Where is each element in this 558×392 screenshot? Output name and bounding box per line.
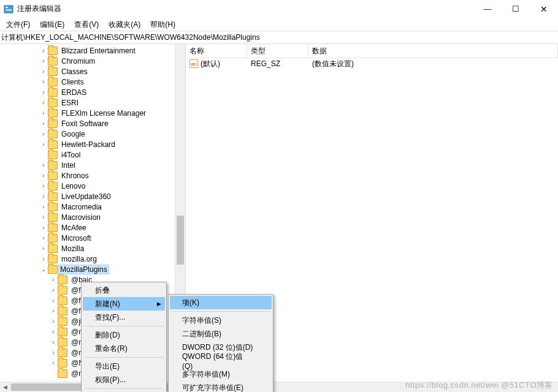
scroll-left-arrow[interactable]: ◀ xyxy=(0,382,10,392)
menubar: 文件(F) 编辑(E) 查看(V) 收藏夹(A) 帮助(H) xyxy=(0,18,558,31)
chevron-right-icon[interactable]: › xyxy=(49,307,58,314)
chevron-right-icon[interactable]: › xyxy=(39,89,48,96)
tree-item-google[interactable]: ›Google xyxy=(0,129,185,139)
window-controls: — ☐ ✕ xyxy=(473,0,558,18)
tree-item-erdas[interactable]: ›ERDAS xyxy=(0,87,185,97)
chevron-down-icon[interactable]: ⌄ xyxy=(39,266,48,273)
maximize-button[interactable]: ☐ xyxy=(502,0,530,18)
ctx-separator xyxy=(84,388,164,389)
tree-item-chromium[interactable]: ›Chromium xyxy=(0,56,185,66)
tree-item-label: Blizzard Entertainment xyxy=(60,47,137,55)
ctx-new-string[interactable]: 字符串值(S) xyxy=(170,314,272,327)
ctx-new-multistring[interactable]: 多字符串值(M) xyxy=(170,368,272,381)
menu-file[interactable]: 文件(F) xyxy=(2,18,34,31)
tree-item-macromedia[interactable]: ›Macromedia xyxy=(0,202,185,212)
tree-item-microsoft[interactable]: ›Microsoft xyxy=(0,233,185,243)
ctx-find[interactable]: 查找(F)... xyxy=(83,311,165,324)
chevron-right-icon[interactable]: › xyxy=(49,297,58,304)
chevron-right-icon[interactable]: › xyxy=(39,47,48,54)
chevron-right-icon[interactable]: › xyxy=(39,193,48,200)
context-menu-new: 项(K) 字符串值(S) 二进制值(B) DWORD (32 位)值(D) QW… xyxy=(168,294,273,392)
folder-icon xyxy=(48,213,58,222)
chevron-right-icon[interactable]: › xyxy=(39,172,48,179)
chevron-right-icon[interactable]: › xyxy=(39,58,48,64)
minimize-button[interactable]: — xyxy=(473,0,502,18)
chevron-right-icon[interactable]: › xyxy=(49,339,58,345)
tree-item-classes[interactable]: ›Classes xyxy=(0,66,185,77)
chevron-right-icon[interactable]: › xyxy=(39,130,48,137)
folder-icon xyxy=(58,369,67,378)
folder-icon xyxy=(58,349,67,357)
folder-icon xyxy=(48,67,58,76)
chevron-right-icon[interactable]: › xyxy=(39,224,48,231)
chevron-right-icon[interactable]: › xyxy=(39,78,48,85)
chevron-right-icon[interactable]: › xyxy=(49,328,58,335)
tree-item-hewlett-packard[interactable]: ›Hewlett-Packard xyxy=(0,139,185,149)
ctx-rename[interactable]: 重命名(R) xyxy=(83,342,165,355)
tree-item-foxit-software[interactable]: ›Foxit Software xyxy=(0,118,185,129)
tree-item-liveupdate360[interactable]: ›LiveUpdate360 xyxy=(0,191,185,202)
tree-item-clients[interactable]: ›Clients xyxy=(0,77,185,87)
tree-item-intel[interactable]: ›Intel xyxy=(0,160,185,170)
tree-item-mozillaplugins[interactable]: ⌄MozillaPlugins xyxy=(0,264,185,274)
values-header[interactable]: 名称 类型 数据 xyxy=(186,44,558,58)
folder-icon xyxy=(48,109,58,118)
tree-item-label: Macromedia xyxy=(60,203,103,211)
tree-item-mcafee[interactable]: ›McAfee xyxy=(0,222,185,233)
tree-item-khronos[interactable]: ›Khronos xyxy=(0,170,185,181)
chevron-right-icon[interactable]: › xyxy=(39,99,48,106)
chevron-right-icon[interactable]: › xyxy=(39,183,48,189)
chevron-right-icon[interactable]: › xyxy=(39,255,48,262)
menu-favorites[interactable]: 收藏夹(A) xyxy=(105,18,144,31)
ctx-collapse[interactable]: 折叠 xyxy=(83,284,165,297)
address-bar[interactable]: 计算机\HKEY_LOCAL_MACHINE\SOFTWARE\WOW6432N… xyxy=(0,31,558,44)
tree-item-label: Khronos xyxy=(60,172,90,180)
chevron-right-icon[interactable]: › xyxy=(39,203,48,210)
chevron-right-icon[interactable]: › xyxy=(39,120,48,127)
ctx-delete[interactable]: 删除(D) xyxy=(83,328,165,342)
chevron-right-icon[interactable]: › xyxy=(39,162,48,168)
chevron-right-icon[interactable]: › xyxy=(39,235,48,241)
tree-item-label: Intel xyxy=(60,161,77,170)
chevron-right-icon[interactable]: › xyxy=(49,318,58,325)
ctx-new-key[interactable]: 项(K) xyxy=(170,296,272,309)
menu-edit[interactable]: 编辑(E) xyxy=(36,18,68,31)
chevron-right-icon[interactable]: › xyxy=(49,349,58,356)
tree-item-mozilla-org[interactable]: ›mozilla.org xyxy=(0,254,185,264)
ctx-export[interactable]: 导出(E) xyxy=(83,360,165,373)
tree-item-label: FLEXlm License Manager xyxy=(60,109,147,118)
chevron-right-icon[interactable]: › xyxy=(39,141,48,148)
close-button[interactable]: ✕ xyxy=(530,0,558,18)
chevron-right-icon[interactable]: › xyxy=(49,287,58,293)
col-header-data[interactable]: 数据 xyxy=(308,44,558,58)
ctx-new-binary[interactable]: 二进制值(B) xyxy=(170,327,272,341)
ctx-separator xyxy=(84,357,164,358)
tree-item-esri[interactable]: ›ESRI xyxy=(0,97,185,108)
ctx-permissions[interactable]: 权限(P)... xyxy=(83,373,165,386)
string-value-icon: ab xyxy=(189,59,198,68)
chevron-right-icon[interactable]: › xyxy=(39,214,48,221)
chevron-right-icon[interactable]: › xyxy=(39,68,48,75)
col-header-type[interactable]: 类型 xyxy=(247,44,308,58)
tree-item-blizzard-entertainment[interactable]: ›Blizzard Entertainment xyxy=(0,45,185,56)
tree-item-mozilla[interactable]: ›Mozilla xyxy=(0,243,185,254)
ctx-new-qword[interactable]: QWORD (64 位)值(Q) xyxy=(170,354,272,368)
values-list[interactable]: ab(默认)REG_SZ(数值未设置) xyxy=(186,58,558,69)
menu-help[interactable]: 帮助(H) xyxy=(147,18,179,31)
tree-item-lenovo[interactable]: ›Lenovo xyxy=(0,181,185,191)
chevron-right-icon[interactable]: › xyxy=(39,110,48,116)
folder-icon xyxy=(58,328,67,336)
folder-icon xyxy=(48,130,58,138)
tree-item-i4tool[interactable]: i4Tool xyxy=(0,149,185,160)
ctx-new[interactable]: 新建(N)▶ xyxy=(83,297,165,311)
menu-view[interactable]: 查看(V) xyxy=(71,18,102,31)
chevron-right-icon[interactable]: › xyxy=(49,360,58,366)
tree-scrollbar-thumb[interactable] xyxy=(177,216,184,265)
tree-item-macrovision[interactable]: ›Macrovision xyxy=(0,212,185,222)
col-header-name[interactable]: 名称 xyxy=(186,44,247,58)
value-row[interactable]: ab(默认)REG_SZ(数值未设置) xyxy=(186,58,558,69)
chevron-right-icon[interactable]: › xyxy=(39,245,48,252)
chevron-right-icon[interactable]: › xyxy=(49,276,58,283)
ctx-new-expandstring[interactable]: 可扩充字符串值(E) xyxy=(170,381,272,392)
tree-item-flexlm-license-manager[interactable]: ›FLEXlm License Manager xyxy=(0,108,185,118)
